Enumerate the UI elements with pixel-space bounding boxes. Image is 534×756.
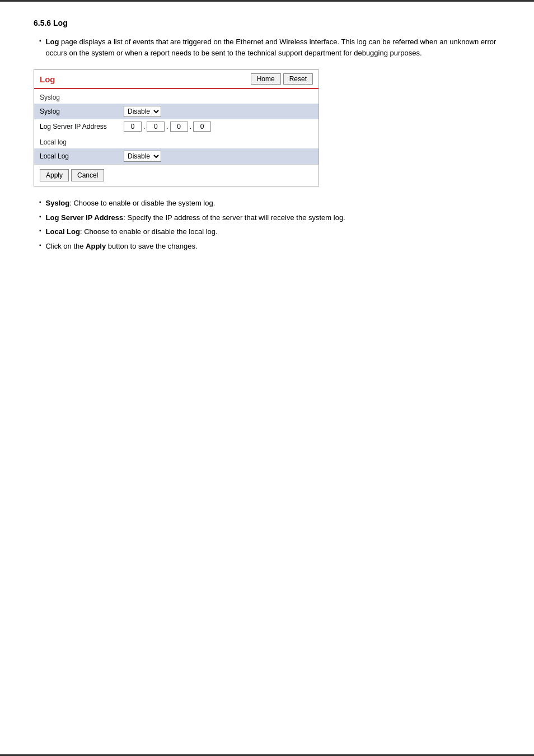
locallog-control: Disable Enable bbox=[124, 151, 161, 162]
syslog-row: Syslog Disable Enable bbox=[34, 104, 318, 119]
log-panel-header: Log Home Reset bbox=[34, 70, 318, 89]
footer-bullet-list: Syslog: Choose to enable or disable the … bbox=[34, 198, 500, 251]
ip-field-2[interactable] bbox=[147, 122, 165, 132]
locallog-row-label: Local Log bbox=[40, 152, 124, 160]
locallog-dropdown[interactable]: Disable Enable bbox=[124, 151, 161, 162]
ip-dot-2: . bbox=[166, 123, 168, 130]
footer-bold-syslog: Syslog bbox=[46, 199, 70, 207]
syslog-control: Disable Enable bbox=[124, 106, 161, 117]
footer-bullet-1: Syslog: Choose to enable or disable the … bbox=[34, 198, 500, 209]
footer-bullet-3: Local Log: Choose to enable or disable t… bbox=[34, 226, 500, 237]
section-title: 6.5.6 Log bbox=[34, 18, 500, 27]
syslog-section-label: Syslog bbox=[34, 89, 318, 104]
ip-row: Log Server IP Address . . . bbox=[34, 119, 318, 134]
footer-bold-locallog: Local Log bbox=[46, 227, 80, 236]
log-panel-title: Log bbox=[40, 74, 55, 84]
footer-bullet-3-text: Local Log: Choose to enable or disable t… bbox=[46, 226, 218, 237]
footer-bullet-4-text: Click on the Apply button to save the ch… bbox=[46, 241, 198, 252]
footer-bold-ip: Log Server IP Address bbox=[46, 213, 124, 222]
reset-button[interactable]: Reset bbox=[283, 73, 313, 85]
footer-bullet-4: Click on the Apply button to save the ch… bbox=[34, 241, 500, 252]
footer-bullet-2-text: Log Server IP Address: Specify the IP ad… bbox=[46, 212, 345, 223]
log-panel: Log Home Reset Syslog Syslog Disable Ena… bbox=[34, 69, 319, 186]
ip-field-3[interactable] bbox=[170, 122, 188, 132]
ip-field-4[interactable] bbox=[193, 122, 211, 132]
ip-control: . . . bbox=[124, 122, 211, 132]
ip-dot-1: . bbox=[143, 123, 145, 130]
locallog-row: Local Log Disable Enable bbox=[34, 148, 318, 164]
footer-bullet-2: Log Server IP Address: Specify the IP ad… bbox=[34, 212, 500, 223]
ip-field-1[interactable] bbox=[124, 122, 142, 132]
cancel-button[interactable]: Cancel bbox=[71, 169, 104, 181]
intro-bullet-list: Log page displays a list of events that … bbox=[34, 36, 500, 58]
apply-button[interactable]: Apply bbox=[40, 169, 69, 181]
ip-dot-3: . bbox=[190, 123, 191, 130]
locallog-section-label: Local log bbox=[34, 134, 318, 148]
content-area: 6.5.6 Log Log page displays a list of ev… bbox=[0, 2, 534, 285]
footer-bullet-1-text: Syslog: Choose to enable or disable the … bbox=[46, 198, 216, 209]
action-buttons: Apply Cancel bbox=[34, 164, 318, 186]
footer-bold-apply: Apply bbox=[86, 242, 106, 250]
intro-bold-1: Log bbox=[46, 38, 59, 46]
header-buttons: Home Reset bbox=[251, 73, 313, 85]
intro-bullet-1: Log page displays a list of events that … bbox=[34, 36, 500, 58]
syslog-dropdown[interactable]: Disable Enable bbox=[124, 106, 161, 117]
home-button[interactable]: Home bbox=[251, 73, 281, 85]
ip-row-label: Log Server IP Address bbox=[40, 123, 124, 130]
intro-bullet-1-text: Log page displays a list of events that … bbox=[46, 36, 500, 58]
page-wrapper: 6.5.6 Log Log page displays a list of ev… bbox=[0, 0, 534, 756]
syslog-row-label: Syslog bbox=[40, 108, 124, 115]
